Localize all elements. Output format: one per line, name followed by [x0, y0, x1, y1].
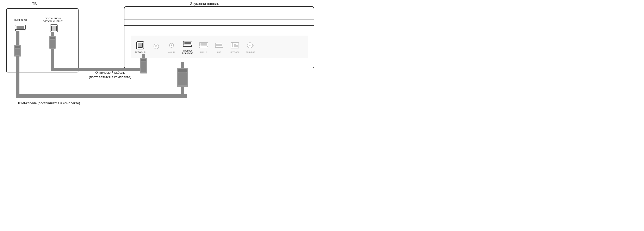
svg-rect-16 [201, 43, 207, 46]
svg-rect-20 [232, 43, 233, 47]
svg-rect-18 [216, 44, 222, 46]
port-aux-in: AUX IN [167, 41, 176, 53]
hdmi-out-icon [183, 40, 192, 49]
svg-point-10 [171, 45, 172, 46]
port-network: NETWORK [230, 41, 240, 53]
svg-rect-6 [138, 43, 142, 48]
port-usb: USB [214, 41, 224, 53]
connect-icon [246, 41, 255, 50]
optical-in-label: OPTICAL IN [135, 51, 146, 53]
network-icon [230, 41, 239, 50]
soundbar-label: Звуковая панель [190, 2, 219, 6]
connect-label: CONNECT [246, 51, 255, 53]
hdmi-in-icon [199, 41, 208, 50]
port-optical-in: OPTICAL IN [135, 41, 146, 53]
port-connect: CONNECT [246, 41, 255, 53]
usb-icon [214, 41, 224, 50]
hdmi-in-label: HDMI IN [200, 51, 208, 53]
soundbar-box: OPTICAL IN B [124, 6, 314, 68]
port-bluetooth: B [152, 42, 161, 52]
svg-marker-12 [183, 45, 192, 47]
bluetooth-icon: B [152, 42, 161, 51]
svg-rect-30 [16, 94, 187, 98]
diagram-container: ТВ HDMI INPUT DIGITAL AUDIOOPTICAL OUTPU… [0, 0, 322, 116]
svg-marker-1 [15, 29, 25, 31]
tv-label: ТВ [32, 2, 37, 6]
svg-point-24 [250, 45, 250, 46]
svg-rect-4 [52, 26, 56, 31]
optical-cable-label: Оптический кабель (поставляется в компле… [89, 70, 131, 80]
svg-rect-13 [184, 42, 191, 44]
soundbar-line-2 [124, 19, 314, 20]
svg-rect-32 [177, 68, 188, 87]
svg-rect-33 [178, 69, 187, 72]
aux-in-label: AUX IN [168, 51, 175, 53]
network-label: NETWORK [230, 51, 240, 53]
hdmi-input-label: HDMI INPUT [12, 19, 29, 21]
svg-rect-21 [234, 44, 236, 47]
port-hdmi-out: HDMI OUT(eARC/ARC) [182, 40, 193, 55]
svg-text:B: B [155, 45, 157, 48]
digital-audio-label: DIGITAL AUDIOOPTICAL OUTPUT [41, 17, 64, 23]
optical-port-tv [50, 25, 58, 33]
optical-in-icon [136, 41, 145, 50]
svg-rect-34 [178, 72, 187, 85]
port-panel: OPTICAL IN B [130, 36, 308, 58]
aux-icon [167, 41, 176, 50]
hdmi-out-label: HDMI OUT(eARC/ARC) [182, 50, 193, 55]
hdmi-port-tv [15, 25, 26, 32]
port-hdmi-in: HDMI IN [199, 41, 208, 53]
svg-rect-46 [16, 94, 20, 98]
soundbar-line-1 [124, 13, 314, 13]
svg-rect-2 [16, 26, 24, 29]
usb-label: USB [217, 51, 221, 53]
svg-rect-22 [236, 45, 238, 47]
soundbar-line-3 [124, 25, 314, 26]
hdmi-cable-label: HDMI-кабель (поставляется в комплекте) [16, 101, 80, 105]
svg-marker-15 [200, 46, 208, 48]
